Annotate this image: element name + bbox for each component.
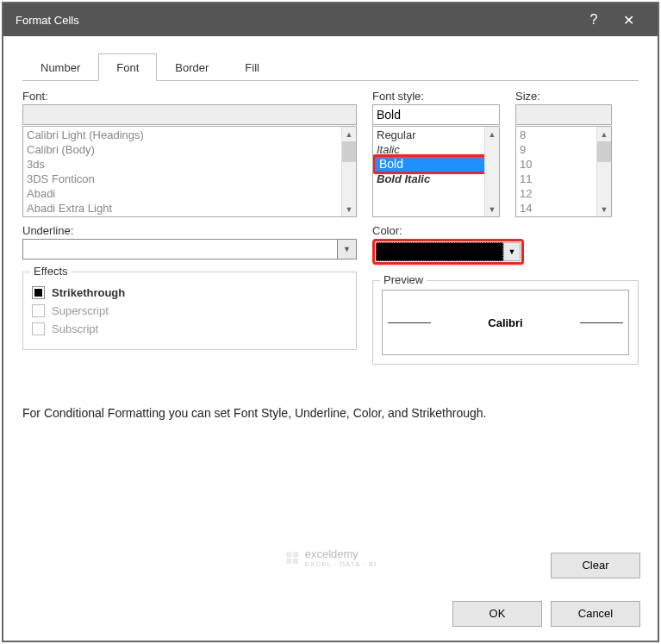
list-item[interactable]: 3ds xyxy=(25,157,354,172)
ok-button[interactable]: OK xyxy=(452,601,542,627)
tab-border[interactable]: Border xyxy=(157,53,227,81)
list-item[interactable]: Abadi Extra Light xyxy=(25,201,354,216)
watermark: exceldemy EXCEL · DATA · BI xyxy=(284,547,377,568)
window-title: Format Cells xyxy=(16,14,79,27)
list-item[interactable]: Bold Italic xyxy=(375,172,497,186)
fontstyle-label: Font style: xyxy=(372,90,500,103)
font-label: Font: xyxy=(22,90,357,103)
scroll-up-icon[interactable]: ▲ xyxy=(342,127,356,141)
scrollbar[interactable]: ▲ ▼ xyxy=(484,127,499,216)
preview-text: Calibri xyxy=(488,316,522,329)
scroll-thumb[interactable] xyxy=(597,141,611,162)
scroll-down-icon[interactable]: ▼ xyxy=(342,202,356,216)
list-item[interactable]: Abadi xyxy=(25,186,354,201)
tab-bar: Number Font Border Fill xyxy=(22,53,639,81)
underline-label: Underline: xyxy=(22,224,357,237)
underline-field[interactable] xyxy=(22,239,338,259)
size-label: Size: xyxy=(515,90,612,103)
list-item[interactable]: Bold xyxy=(375,157,497,172)
preview-group: Preview Calibri xyxy=(372,280,639,365)
chevron-down-icon[interactable]: ▼ xyxy=(338,239,357,259)
titlebar: Format Cells ? ✕ xyxy=(3,3,658,36)
chevron-down-icon[interactable]: ▼ xyxy=(503,242,521,261)
watermark-brand: exceldemy xyxy=(305,547,377,560)
size-listbox[interactable]: 8 9 10 11 12 14 ▲ ▼ xyxy=(515,126,612,217)
effects-legend: Effects xyxy=(30,265,72,278)
clear-button[interactable]: Clear xyxy=(551,553,640,578)
list-item[interactable]: Calibri Light (Headings) xyxy=(25,128,354,142)
hint-text: For Conditional Formatting you can set F… xyxy=(22,406,639,420)
close-button[interactable]: ✕ xyxy=(611,12,645,28)
color-dropdown[interactable]: ▼ xyxy=(372,239,524,265)
checkbox-icon[interactable] xyxy=(32,286,45,299)
checkbox-icon xyxy=(32,304,45,317)
scroll-up-icon[interactable]: ▲ xyxy=(485,127,499,141)
watermark-tagline: EXCEL · DATA · BI xyxy=(305,560,377,568)
size-input[interactable] xyxy=(515,104,612,125)
subscript-checkbox: Subscript xyxy=(32,322,347,335)
cancel-button[interactable]: Cancel xyxy=(551,601,640,627)
font-listbox[interactable]: Calibri Light (Headings) Calibri (Body) … xyxy=(22,126,357,217)
underline-dropdown[interactable]: ▼ xyxy=(22,239,357,259)
color-label: Color: xyxy=(372,224,639,237)
list-item[interactable]: Regular xyxy=(375,128,497,142)
scroll-up-icon[interactable]: ▲ xyxy=(597,127,611,141)
list-item[interactable]: 3DS Fonticon xyxy=(25,172,354,186)
color-swatch[interactable] xyxy=(376,242,503,261)
help-button[interactable]: ? xyxy=(577,12,611,28)
logo-icon xyxy=(284,550,300,566)
tab-fill[interactable]: Fill xyxy=(227,53,277,81)
font-input[interactable] xyxy=(22,104,357,125)
fontstyle-input[interactable] xyxy=(372,104,500,125)
scroll-down-icon[interactable]: ▼ xyxy=(597,202,611,216)
effects-group: Effects Strikethrough Superscript Subscr… xyxy=(22,272,357,350)
preview-box: Calibri xyxy=(382,290,629,355)
scroll-down-icon[interactable]: ▼ xyxy=(485,202,499,216)
scroll-thumb[interactable] xyxy=(342,141,356,162)
preview-legend: Preview xyxy=(380,273,427,286)
tab-font[interactable]: Font xyxy=(98,53,157,81)
scrollbar[interactable]: ▲ ▼ xyxy=(596,127,611,216)
superscript-checkbox: Superscript xyxy=(32,304,347,317)
preview-line-icon xyxy=(580,322,623,323)
list-item[interactable]: Calibri (Body) xyxy=(25,142,354,157)
scrollbar[interactable]: ▲ ▼ xyxy=(341,127,356,216)
fontstyle-listbox[interactable]: Regular Italic Bold Bold Italic ▲ ▼ xyxy=(372,126,500,217)
preview-line-icon xyxy=(388,322,431,323)
checkbox-icon xyxy=(32,322,45,335)
strikethrough-checkbox[interactable]: Strikethrough xyxy=(32,286,347,299)
tab-number[interactable]: Number xyxy=(22,53,98,81)
